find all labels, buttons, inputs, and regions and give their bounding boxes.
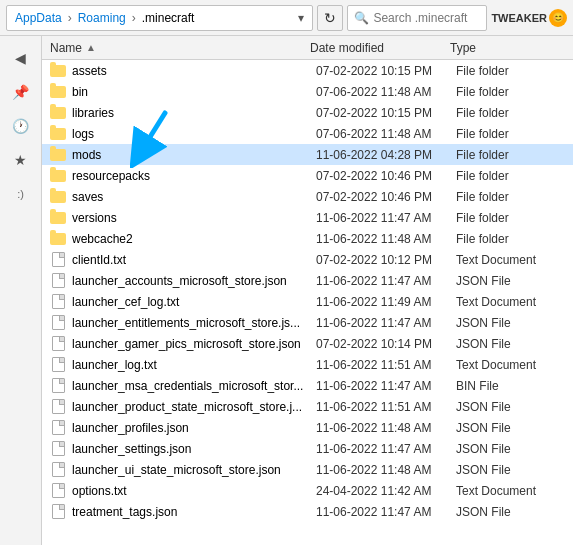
- file-type: JSON File: [456, 421, 556, 435]
- folder-icon: [50, 147, 66, 163]
- file-name: launcher_product_state_microsoft_store.j…: [72, 400, 316, 414]
- table-row[interactable]: treatment_tags.json11-06-2022 11:47 AMJS…: [42, 501, 573, 522]
- file-type: File folder: [456, 106, 556, 120]
- file-type: File folder: [456, 211, 556, 225]
- file-type: Text Document: [456, 295, 556, 309]
- table-row[interactable]: libraries07-02-2022 10:15 PMFile folder: [42, 102, 573, 123]
- table-row[interactable]: webcache211-06-2022 11:48 AMFile folder: [42, 228, 573, 249]
- table-row[interactable]: launcher_log.txt11-06-2022 11:51 AMText …: [42, 354, 573, 375]
- file-type: Text Document: [456, 253, 556, 267]
- file-name: bin: [72, 85, 316, 99]
- file-name: libraries: [72, 106, 316, 120]
- refresh-button[interactable]: ↻: [317, 5, 343, 31]
- col-header-name[interactable]: Name ▲: [50, 41, 310, 55]
- document-icon: [50, 315, 66, 331]
- file-date: 07-02-2022 10:12 PM: [316, 253, 456, 267]
- file-type: File folder: [456, 127, 556, 141]
- file-date: 11-06-2022 11:47 AM: [316, 316, 456, 330]
- column-header: Name ▲ Date modified Type: [42, 36, 573, 60]
- document-icon: [50, 252, 66, 268]
- file-type: File folder: [456, 148, 556, 162]
- document-icon: [50, 399, 66, 415]
- table-row[interactable]: launcher_gamer_pics_microsoft_store.json…: [42, 333, 573, 354]
- table-row[interactable]: launcher_profiles.json11-06-2022 11:48 A…: [42, 417, 573, 438]
- tweaker-label: TWEAKER: [491, 12, 547, 24]
- file-name: mods: [72, 148, 316, 162]
- breadcrumb-minecraft: .minecraft: [142, 11, 195, 25]
- folder-icon: [50, 105, 66, 121]
- sidebar-back-icon[interactable]: ◀: [7, 44, 35, 72]
- file-date: 11-06-2022 11:51 AM: [316, 358, 456, 372]
- sidebar-history-icon[interactable]: 🕐: [7, 112, 35, 140]
- table-row[interactable]: logs07-06-2022 11:48 AMFile folder: [42, 123, 573, 144]
- document-icon: [50, 504, 66, 520]
- address-bar: AppData › Roaming › .minecraft ▾ ↻ 🔍 TWE…: [0, 0, 573, 36]
- table-row[interactable]: resourcepacks07-02-2022 10:46 PMFile fol…: [42, 165, 573, 186]
- file-area: Name ▲ Date modified Type assets07-02-20…: [42, 36, 573, 545]
- file-date: 11-06-2022 11:47 AM: [316, 211, 456, 225]
- file-name: assets: [72, 64, 316, 78]
- folder-icon: [50, 168, 66, 184]
- col-header-date[interactable]: Date modified: [310, 41, 450, 55]
- table-row[interactable]: launcher_product_state_microsoft_store.j…: [42, 396, 573, 417]
- file-date: 24-04-2022 11:42 AM: [316, 484, 456, 498]
- folder-icon: [50, 126, 66, 142]
- sidebar: ◀ 📌 🕐 ★ :): [0, 36, 42, 545]
- file-name: launcher_gamer_pics_microsoft_store.json: [72, 337, 316, 351]
- breadcrumb[interactable]: AppData › Roaming › .minecraft ▾: [6, 5, 313, 31]
- sort-icon: ▲: [86, 42, 96, 53]
- document-icon: [50, 420, 66, 436]
- file-type: Text Document: [456, 484, 556, 498]
- breadcrumb-dropdown-icon[interactable]: ▾: [298, 11, 304, 25]
- search-icon: 🔍: [354, 11, 369, 25]
- folder-icon: [50, 231, 66, 247]
- sidebar-star-icon[interactable]: ★: [7, 146, 35, 174]
- file-name: resourcepacks: [72, 169, 316, 183]
- table-row[interactable]: clientId.txt07-02-2022 10:12 PMText Docu…: [42, 249, 573, 270]
- folder-icon: [50, 210, 66, 226]
- table-row[interactable]: launcher_cef_log.txt11-06-2022 11:49 AMT…: [42, 291, 573, 312]
- file-type: File folder: [456, 64, 556, 78]
- table-row[interactable]: bin07-06-2022 11:48 AMFile folder: [42, 81, 573, 102]
- table-row[interactable]: launcher_ui_state_microsoft_store.json11…: [42, 459, 573, 480]
- table-row[interactable]: launcher_settings.json11-06-2022 11:47 A…: [42, 438, 573, 459]
- file-name: clientId.txt: [72, 253, 316, 267]
- file-type: Text Document: [456, 358, 556, 372]
- folder-icon: [50, 84, 66, 100]
- search-input[interactable]: [373, 11, 473, 25]
- col-header-type[interactable]: Type: [450, 41, 550, 55]
- file-type: File folder: [456, 190, 556, 204]
- table-row[interactable]: launcher_entitlements_microsoft_store.js…: [42, 312, 573, 333]
- file-name: options.txt: [72, 484, 316, 498]
- file-date: 07-06-2022 11:48 AM: [316, 85, 456, 99]
- document-icon: [50, 336, 66, 352]
- table-row[interactable]: launcher_accounts_microsoft_store.json11…: [42, 270, 573, 291]
- file-date: 11-06-2022 11:49 AM: [316, 295, 456, 309]
- document-icon: [50, 462, 66, 478]
- file-name: launcher_log.txt: [72, 358, 316, 372]
- file-type: File folder: [456, 232, 556, 246]
- table-row[interactable]: assets07-02-2022 10:15 PMFile folder: [42, 60, 573, 81]
- table-row[interactable]: mods11-06-2022 04:28 PMFile folder: [42, 144, 573, 165]
- document-icon: [50, 273, 66, 289]
- file-type: BIN File: [456, 379, 556, 393]
- table-row[interactable]: versions11-06-2022 11:47 AMFile folder: [42, 207, 573, 228]
- file-name: launcher_entitlements_microsoft_store.js…: [72, 316, 316, 330]
- file-type: JSON File: [456, 400, 556, 414]
- file-type: JSON File: [456, 442, 556, 456]
- file-date: 07-02-2022 10:46 PM: [316, 169, 456, 183]
- folder-icon: [50, 63, 66, 79]
- file-name: webcache2: [72, 232, 316, 246]
- document-icon: [50, 357, 66, 373]
- table-row[interactable]: launcher_msa_credentials_microsoft_stor.…: [42, 375, 573, 396]
- file-type: JSON File: [456, 337, 556, 351]
- file-date: 11-06-2022 11:47 AM: [316, 379, 456, 393]
- file-date: 11-06-2022 11:48 AM: [316, 463, 456, 477]
- document-icon: [50, 441, 66, 457]
- table-row[interactable]: saves07-02-2022 10:46 PMFile folder: [42, 186, 573, 207]
- file-name: launcher_accounts_microsoft_store.json: [72, 274, 316, 288]
- table-row[interactable]: options.txt24-04-2022 11:42 AMText Docum…: [42, 480, 573, 501]
- file-name: launcher_ui_state_microsoft_store.json: [72, 463, 316, 477]
- sidebar-pin-icon[interactable]: 📌: [7, 78, 35, 106]
- file-type: JSON File: [456, 274, 556, 288]
